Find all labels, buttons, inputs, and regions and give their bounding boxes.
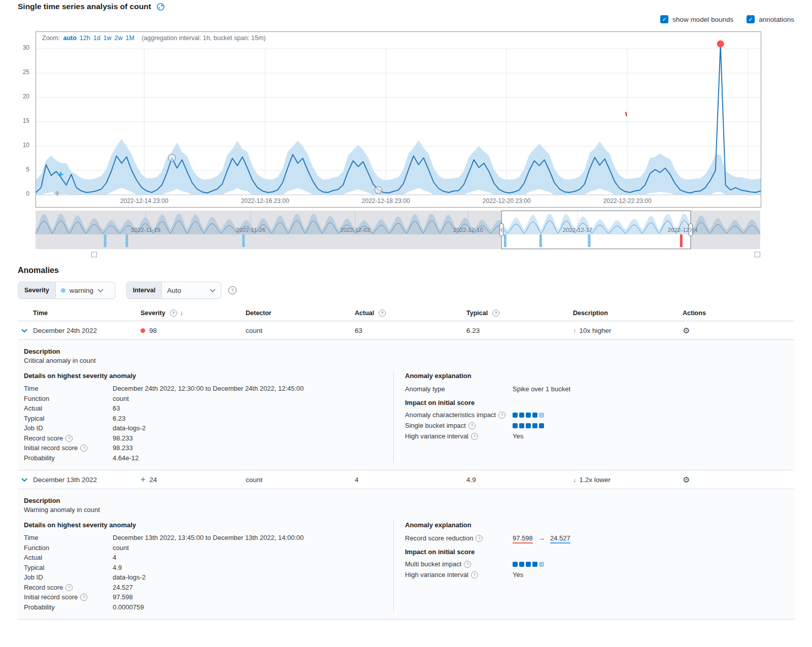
field-help-icon: ? <box>80 594 87 601</box>
anomaly-fields-list: Time? December 13th 2022, 13:45:00 to De… <box>24 533 383 612</box>
critical-severity-dot-icon <box>141 328 145 333</box>
field-help-icon: ? <box>65 584 73 591</box>
high-variance-value: Yes <box>513 432 788 440</box>
annotations-label: annotations <box>759 16 794 23</box>
show-model-bounds-label: show model bounds <box>672 16 733 23</box>
anomalies-table-header: Time Severity ? ↓ Detector Actual ? Typi… <box>18 305 794 321</box>
svg-text:2022-12-14 23:00: 2022-12-14 23:00 <box>120 197 168 205</box>
aggregation-info: (aggregation interval: 1h, bucket span: … <box>142 35 266 42</box>
interval-filter-label: Interval <box>127 282 162 298</box>
y-tick-label: 20 <box>12 93 29 100</box>
svg-text:2022-12-18 23:00: 2022-12-18 23:00 <box>362 197 410 205</box>
field-help-icon: ? <box>65 435 73 442</box>
column-severity[interactable]: Severity ? ↓ <box>141 310 246 317</box>
impact-help-icon: ? <box>464 561 471 568</box>
brush-handle-right[interactable] <box>755 252 760 257</box>
svg-text:2022-11-26: 2022-11-26 <box>236 227 265 233</box>
actual-cell: 63 <box>355 327 466 334</box>
brush-handle-left[interactable] <box>91 252 97 257</box>
impact-list: Anomaly characteristics impact? Single b… <box>405 410 788 431</box>
anomalies-heading: Anomalies <box>18 266 794 275</box>
arrow-down-icon: ↓ <box>573 476 577 484</box>
high-variance-help-icon: ? <box>471 433 478 440</box>
annotations-checkbox[interactable]: ✓ annotations <box>747 15 794 23</box>
time-series-plot[interactable]: 2022-12-14 23:002022-12-16 23:002022-12-… <box>36 32 761 207</box>
severity-help-icon: ? <box>170 310 177 317</box>
column-detector: Detector <box>246 310 355 317</box>
context-overview-chart[interactable]: 2022-11-192022-11-262022-12-032022-12-10… <box>36 211 760 249</box>
column-description: Description <box>573 310 679 317</box>
impact-help-icon: ? <box>468 422 476 429</box>
show-model-bounds-checkbox[interactable]: ✓ show model bounds <box>660 15 733 23</box>
severity-filter[interactable]: Severity warning <box>18 282 115 299</box>
description-cell: ↑ 10x higher <box>573 327 679 334</box>
y-tick-label: 25 <box>12 69 29 76</box>
actual-help-icon: ? <box>379 310 386 317</box>
field-row: Time? December 13th 2022, 13:45:00 to De… <box>24 533 383 543</box>
collapse-row-button[interactable] <box>21 328 33 333</box>
impact-row: Multi bucket impact? <box>405 559 788 569</box>
field-help-icon: ? <box>80 445 87 452</box>
row-actions-gear-icon[interactable]: ⚙ <box>683 326 690 335</box>
y-tick-label: 10 <box>12 142 29 149</box>
column-actual: Actual ? <box>355 310 466 317</box>
severity-filter-value: warning <box>70 287 93 294</box>
anomaly-fields-list: Time? December 24th 2022, 12:30:00 to De… <box>24 384 383 463</box>
y-tick-label: 15 <box>12 117 29 124</box>
score-from: 97.598 <box>513 534 533 543</box>
zoom-label: Zoom: <box>42 35 60 42</box>
svg-text:2022-12-10: 2022-12-10 <box>453 227 483 233</box>
svg-text:2022-12-24: 2022-12-24 <box>668 227 698 233</box>
description-text: Critical anomaly in count <box>24 356 788 365</box>
column-actions: Actions <box>679 310 794 317</box>
detector-cell: count <box>246 476 355 484</box>
page-title: Single time series analysis of count <box>18 2 151 11</box>
y-tick-label: 30 <box>12 44 29 51</box>
high-variance-value: Yes <box>513 571 788 578</box>
impact-title: Impact on initial score <box>405 398 788 407</box>
svg-text:2022-12-20 23:00: 2022-12-20 23:00 <box>483 197 531 205</box>
severity-cell: + 24 <box>141 475 246 484</box>
typical-cell: 4.9 <box>466 476 573 484</box>
zoom-option-12h[interactable]: 12h <box>80 35 90 42</box>
sort-desc-icon: ↓ <box>180 310 183 317</box>
chevron-down-icon <box>21 328 28 333</box>
zoom-option-2w[interactable]: 2w <box>115 35 123 42</box>
impact-row: Single bucket impact? <box>405 420 788 431</box>
svg-text:2022-11-19: 2022-11-19 <box>131 227 160 233</box>
field-row: Record score? 98.233 <box>24 433 383 444</box>
collapse-row-button[interactable] <box>21 478 33 482</box>
y-tick-label: 0 <box>12 190 29 197</box>
field-row: Job ID? data-logs-2 <box>24 572 383 583</box>
arrow-up-icon: ↑ <box>573 327 577 334</box>
typical-cell: 6.23 <box>466 327 573 334</box>
field-row: Initial record score? 97.598 <box>24 592 383 602</box>
zoom-option-auto[interactable]: auto <box>63 35 76 42</box>
zoom-option-1d[interactable]: 1d <box>93 35 100 42</box>
field-row: Typical? 4.9 <box>24 563 383 573</box>
detector-cell: count <box>246 327 355 334</box>
impact-list: Multi bucket impact? <box>405 559 788 569</box>
details-title: Details on highest severity anomaly <box>24 371 383 381</box>
actual-cell: 4 <box>355 476 466 484</box>
description-cell: ↓ 1.2x lower <box>573 476 679 484</box>
high-variance-help-icon: ? <box>471 571 478 578</box>
interval-filter[interactable]: Interval Auto <box>126 282 221 299</box>
field-row: Function? count <box>24 394 383 404</box>
row-actions-gear-icon[interactable]: ⚙ <box>683 475 690 485</box>
main-time-series-chart[interactable]: Zoom: auto 12h 1d 1w 2w 1M (aggregation … <box>36 31 761 208</box>
interval-help-icon[interactable]: ? <box>228 286 236 294</box>
interval-filter-value: Auto <box>167 287 181 294</box>
high-variance-label: High variance interval <box>405 432 468 440</box>
y-tick-label: 5 <box>12 166 29 173</box>
single-metric-viewer: Single time series analysis of count ✓ s… <box>0 0 812 647</box>
field-row: Typical? 6.23 <box>24 414 383 424</box>
zoom-option-1M[interactable]: 1M <box>126 35 134 42</box>
score-reduction-label: Record score reduction <box>405 534 473 542</box>
anomaly-row: December 24th 2022 98 count 63 6.23 ↑ 10… <box>18 321 794 340</box>
description-title: Description <box>24 347 788 356</box>
field-row: Actual? 4 <box>24 553 383 563</box>
severity-cell: 98 <box>141 327 246 334</box>
arrow-right-icon: → <box>538 534 545 542</box>
zoom-option-1w[interactable]: 1w <box>104 35 112 42</box>
